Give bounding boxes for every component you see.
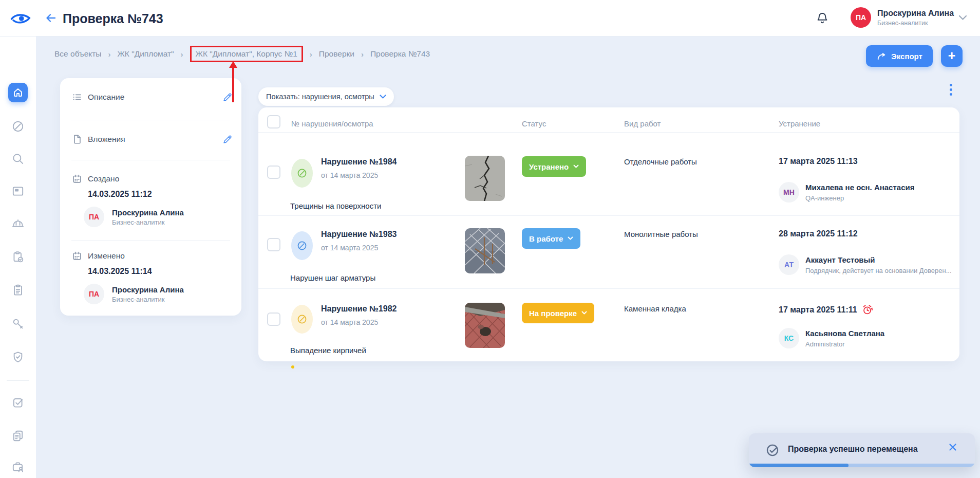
violation-photo-rebar[interactable] (465, 228, 505, 273)
show-filter-dropdown[interactable]: Показать: нарушения, осмотры (258, 87, 394, 106)
violation-icon (291, 305, 313, 334)
violation-photo-paving[interactable] (465, 303, 505, 348)
sidebar-item-access[interactable] (11, 317, 25, 330)
sidebar-item-documents[interactable] (11, 429, 25, 443)
circle-slash-icon (296, 168, 308, 179)
divider (71, 240, 230, 241)
column-header-work-type[interactable]: Вид работ (624, 119, 661, 128)
breadcrumb-item-complex[interactable]: ЖК "Дипломат" (118, 49, 174, 59)
breadcrumb-item-inspections[interactable]: Проверки (319, 49, 354, 59)
circle-slash-icon (296, 240, 308, 251)
assignee-avatar: АТ (779, 254, 799, 275)
export-icon (876, 51, 887, 61)
success-check-icon (765, 443, 780, 457)
hardhat-icon (11, 217, 25, 230)
checkbox-icon (11, 396, 25, 409)
select-all-checkbox[interactable] (267, 115, 280, 128)
created-user-avatar: ПА (84, 207, 104, 227)
status-label: Устранено (529, 162, 569, 171)
row-checkbox[interactable] (267, 312, 280, 326)
page-title: Проверка №743 (63, 11, 163, 26)
unread-indicator-dot (291, 365, 294, 369)
assignee-role: Administrator (805, 340, 845, 348)
row-checkbox[interactable] (267, 238, 280, 251)
created-user-role: Бизнес-аналитик (112, 218, 164, 226)
add-button[interactable]: + (941, 45, 963, 67)
breadcrumb-item-all-objects[interactable]: Все объекты (54, 49, 102, 59)
sidebar-item-inspections[interactable] (11, 250, 25, 264)
breadcrumb: Все объекты › ЖК "Дипломат" › ЖК "Диплом… (54, 45, 430, 63)
created-user-name: Проскурина Алина (112, 208, 184, 217)
sidebar-item-tasks[interactable] (11, 396, 25, 409)
export-button[interactable]: Экспорт (866, 45, 933, 67)
fix-datetime: 17 марта 2025 11:13 (779, 157, 858, 166)
assignee-avatar: КС (779, 328, 799, 348)
toast-progress-track (749, 464, 975, 467)
top-bar: Проверка №743 ПА Проскурина Алина Бизнес… (0, 0, 980, 36)
created-datetime: 14.03.2025 11:12 (88, 190, 152, 199)
key-icon (11, 317, 25, 330)
toast-close-button[interactable] (947, 442, 958, 453)
work-type: Каменная кладка (624, 304, 686, 313)
modified-label: Изменено (88, 251, 125, 261)
breadcrumb-separator: › (181, 50, 183, 59)
pencil-icon (222, 134, 233, 145)
edit-attachments-button[interactable] (222, 134, 233, 145)
assignee-name: Касьянова Светлана (805, 329, 884, 338)
table-menu-button[interactable] (947, 81, 955, 98)
divider (258, 288, 959, 289)
sidebar (0, 36, 36, 478)
sidebar-item-construction[interactable] (11, 217, 25, 230)
edit-description-button[interactable] (222, 91, 233, 103)
breadcrumb-item-building-highlighted[interactable]: ЖК "Дипломат", Корпус №1 (190, 46, 303, 62)
clipboard-check-icon (11, 250, 25, 264)
divider (71, 120, 230, 120)
row-checkbox[interactable] (267, 166, 280, 179)
sidebar-divider (7, 380, 29, 381)
circle-slash-icon (11, 120, 25, 133)
user-avatar[interactable]: ПА (851, 7, 871, 28)
status-label: На проверке (529, 309, 577, 318)
toast-message: Проверка успешно перемещена (788, 445, 918, 454)
close-icon (947, 442, 958, 453)
work-type: Отделочные работы (624, 157, 697, 166)
list-icon (71, 91, 83, 103)
user-menu-toggle[interactable] (958, 15, 967, 21)
violation-description: Нарушен шаг арматуры (290, 273, 375, 282)
sidebar-item-checklists[interactable] (11, 284, 25, 297)
violation-date: от 14 марта 2025 (321, 244, 378, 252)
violation-icon (291, 159, 313, 188)
notifications-button[interactable] (815, 10, 830, 26)
chevron-down-icon (568, 236, 573, 241)
violation-number[interactable]: Нарушение №1983 (321, 230, 397, 239)
sidebar-item-home[interactable] (8, 83, 28, 102)
status-badge[interactable]: На проверке (522, 303, 594, 323)
breadcrumb-item-current: Проверка №743 (370, 49, 430, 59)
pencil-icon (222, 91, 233, 103)
divider (71, 160, 230, 160)
circle-slash-icon (296, 314, 308, 325)
sidebar-item-restricted[interactable] (11, 120, 25, 133)
sidebar-item-contractors[interactable] (11, 460, 25, 473)
sidebar-item-search[interactable] (11, 152, 25, 166)
app-logo-eye-icon[interactable] (10, 12, 31, 25)
filter-label: Показать: нарушения, осмотры (266, 93, 374, 101)
back-button[interactable] (44, 12, 58, 24)
sidebar-item-security[interactable] (11, 351, 25, 364)
violation-photo-crack[interactable] (465, 156, 505, 201)
violation-number[interactable]: Нарушение №1984 (321, 157, 397, 167)
status-badge[interactable]: Устранено (522, 156, 586, 177)
back-arrow-icon (44, 12, 58, 24)
status-badge[interactable]: В работе (522, 228, 580, 249)
violations-table: № нарушения/осмотра Статус Вид работ Уст… (258, 107, 959, 361)
column-header-status[interactable]: Статус (522, 119, 546, 128)
assignee-name: Аккаунт Тестовый (805, 255, 875, 264)
user-name: Проскурина Алина (877, 8, 954, 18)
column-header-fix[interactable]: Устранение (779, 119, 820, 128)
sidebar-item-objects[interactable] (11, 185, 25, 198)
inspection-info-panel: Описание Вложения Создано 14.03.2025 11:… (60, 78, 241, 316)
attachments-label: Вложения (88, 135, 125, 144)
modified-datetime: 14.03.2025 11:14 (88, 267, 152, 276)
violation-number[interactable]: Нарушение №1982 (321, 304, 397, 314)
column-header-number[interactable]: № нарушения/осмотра (291, 119, 373, 128)
